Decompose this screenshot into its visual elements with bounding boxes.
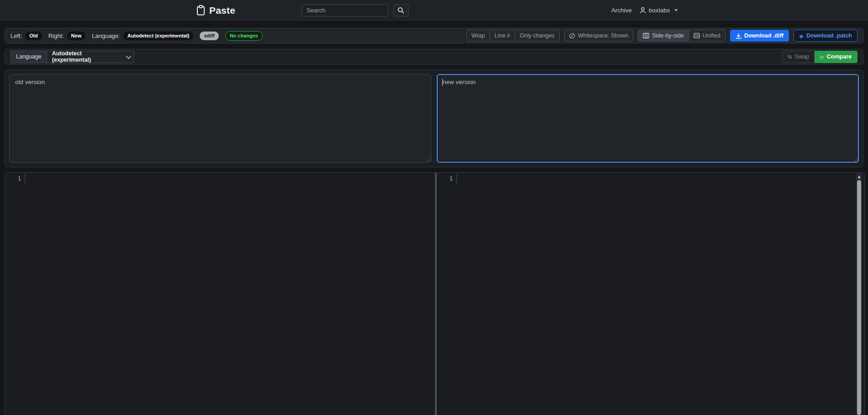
person-icon <box>640 7 646 14</box>
language-label: Language: <box>92 32 120 39</box>
username: boxlabs <box>649 7 670 14</box>
layout-group: Side-by-side Unified <box>638 30 725 42</box>
diff-view: 1 1 ▲ <box>5 172 865 415</box>
unified-button[interactable]: Unified <box>688 30 725 42</box>
download-icon <box>736 33 741 39</box>
search-icon <box>397 7 404 14</box>
line-numbers-button[interactable]: Line # <box>490 30 515 42</box>
left-version-badge: Old <box>25 32 42 40</box>
search-input[interactable] <box>302 4 388 16</box>
right-label: Right: <box>48 32 64 39</box>
swap-button[interactable]: ⇆ Swap <box>782 51 815 63</box>
columns-icon <box>643 33 649 38</box>
app-title: Paste <box>209 5 235 16</box>
only-changes-button[interactable]: Only changes <box>515 30 560 42</box>
search-button[interactable] <box>393 4 408 16</box>
play-icon: ▷ <box>820 54 824 59</box>
diff-toolbar: Left: Old Right: New Language: Autodetec… <box>5 28 863 43</box>
download-patch-button[interactable]: ◈ Download .patch <box>794 30 857 42</box>
download-diff-button[interactable]: Download .diff <box>730 30 789 42</box>
app-logo[interactable]: Paste <box>196 0 235 21</box>
diff-line: 1 <box>5 174 435 183</box>
compare-bar: Language Autodetect (experimental) ⇆ Swa… <box>5 49 863 64</box>
chevron-down-icon <box>126 53 131 59</box>
scrollbar-thumb[interactable] <box>857 180 861 415</box>
new-version-wrap <box>437 74 859 163</box>
new-version-textarea[interactable] <box>437 74 859 163</box>
language-select[interactable]: Autodetect (experimental) <box>47 51 134 63</box>
slash-circle-icon <box>569 33 575 39</box>
swap-compare-group: ⇆ Swap ▷ Compare <box>782 51 857 63</box>
diff-pane-right: 1 <box>437 173 864 415</box>
diff-pane-left: 1 <box>5 173 435 415</box>
clipboard-icon <box>196 5 205 16</box>
left-label: Left: <box>11 32 22 39</box>
status-badge: No changes <box>225 31 263 41</box>
whitespace-button[interactable]: Whitespace: Shown <box>564 30 633 42</box>
diff-line: 1 <box>437 174 864 183</box>
archive-link[interactable]: Archive <box>611 7 632 14</box>
side-by-side-button[interactable]: Side-by-side <box>638 30 688 42</box>
right-version-badge: New <box>67 32 86 40</box>
old-version-wrap <box>9 74 431 163</box>
line-number: 1 <box>5 174 25 183</box>
rows-icon <box>693 33 700 38</box>
language-select-group: Language Autodetect (experimental) <box>11 51 134 63</box>
old-version-textarea[interactable] <box>9 74 431 163</box>
editors-panel <box>5 69 863 167</box>
patch-diamond-icon: ◈ <box>799 32 804 39</box>
header-bar: Paste Archive <box>0 0 868 21</box>
app-root: Paste Archive <box>0 0 868 415</box>
swap-arrows-icon: ⇆ <box>788 53 792 60</box>
search-area <box>302 4 408 16</box>
scrollbar[interactable]: ▲ <box>856 173 862 415</box>
language-badge: Autodetect (experimental) <box>123 32 194 40</box>
header-nav: Archive boxlabs <box>611 0 678 21</box>
diff-engine-badge: xdiff <box>200 32 218 40</box>
compare-button[interactable]: ▷ Compare <box>815 51 857 63</box>
text-caret <box>442 79 443 86</box>
wrap-button[interactable]: Wrap <box>466 30 490 42</box>
display-options-group: Wrap Line # Only changes <box>466 30 560 42</box>
scroll-up-icon[interactable]: ▲ <box>856 173 862 180</box>
language-select-label: Language <box>11 51 47 63</box>
user-menu[interactable]: boxlabs <box>640 7 678 14</box>
chevron-down-icon <box>674 9 678 11</box>
line-number: 1 <box>437 174 457 183</box>
whitespace-group: Whitespace: Shown <box>564 30 633 42</box>
